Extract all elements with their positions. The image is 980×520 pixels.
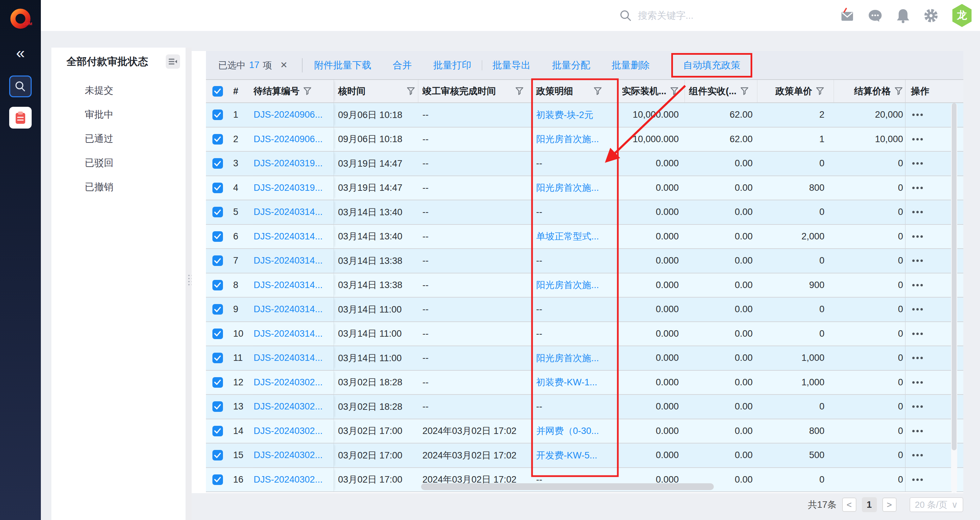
- batch-download-attachments-button[interactable]: 附件批量下载: [314, 59, 371, 72]
- row-actions-button[interactable]: [911, 475, 924, 484]
- row-checkbox[interactable]: [212, 280, 223, 290]
- horizontal-scrollbar-thumb[interactable]: [421, 483, 714, 490]
- tree-item-revoked[interactable]: 已撤销: [51, 175, 186, 199]
- sidebar-search-button[interactable]: [9, 76, 32, 97]
- row-actions-button[interactable]: [911, 281, 924, 290]
- settlement-id-link[interactable]: DJS-20240302...: [254, 426, 323, 436]
- batch-print-button[interactable]: 批量打印: [433, 59, 471, 72]
- avatar[interactable]: 龙: [951, 4, 973, 27]
- row-checkbox[interactable]: [212, 304, 223, 315]
- cell-policy-detail[interactable]: 并网费（0-30...: [536, 425, 599, 437]
- row-actions-button[interactable]: [911, 159, 924, 168]
- batch-assign-button[interactable]: 批量分配: [552, 59, 590, 72]
- tree-item-rejected[interactable]: 已驳回: [51, 151, 186, 175]
- merge-button[interactable]: 合并: [393, 59, 412, 72]
- settlement-id-link[interactable]: DJS-20240302...: [254, 401, 323, 412]
- batch-export-button[interactable]: 批量导出: [493, 59, 531, 72]
- row-actions-button[interactable]: [911, 232, 924, 241]
- row-checkbox[interactable]: [212, 134, 223, 144]
- cell-policy-detail[interactable]: 单坡正常型式...: [536, 230, 599, 243]
- settlement-id-link[interactable]: DJS-20240302...: [254, 474, 323, 485]
- row-actions-button[interactable]: [911, 329, 924, 338]
- cell-policy-detail[interactable]: 初装费-块-2元: [536, 109, 593, 121]
- batch-delete-button[interactable]: 批量删除: [612, 59, 650, 72]
- row-actions-button[interactable]: [911, 135, 924, 144]
- row-checkbox[interactable]: [212, 182, 223, 193]
- settlement-id-link[interactable]: DJS-20240302...: [254, 450, 323, 460]
- filter-icon[interactable]: [670, 87, 679, 95]
- mail-icon[interactable]: [839, 8, 855, 24]
- filter-icon[interactable]: [593, 87, 602, 95]
- settlement-id-link[interactable]: DJS-20240314...: [254, 207, 323, 217]
- tree-item-not-submitted[interactable]: 未提交: [51, 78, 186, 102]
- row-checkbox[interactable]: [212, 231, 223, 242]
- row-checkbox[interactable]: [212, 158, 223, 169]
- cell-policy-detail[interactable]: 阳光房首次施...: [536, 279, 599, 291]
- row-checkbox[interactable]: [212, 426, 223, 436]
- app-logo[interactable]: CRM: [9, 8, 32, 30]
- row-checkbox[interactable]: [212, 474, 223, 485]
- row-checkbox[interactable]: [212, 353, 223, 363]
- vertical-scrollbar-thumb[interactable]: [952, 103, 956, 450]
- global-search-input[interactable]: [638, 10, 750, 21]
- tree-item-approved[interactable]: 已通过: [51, 127, 186, 151]
- next-page-button[interactable]: >: [882, 498, 897, 512]
- settlement-id-link[interactable]: DJS-20240319...: [254, 158, 323, 169]
- row-checkbox[interactable]: [212, 377, 223, 388]
- sidebar-orders-button[interactable]: [9, 107, 32, 128]
- gear-icon[interactable]: [923, 8, 939, 24]
- settlement-id-link[interactable]: DJS-20240319...: [254, 182, 323, 193]
- tree-collapse-button[interactable]: [166, 54, 180, 69]
- filter-icon[interactable]: [894, 87, 903, 95]
- settlement-id-link[interactable]: DJS-20240314...: [254, 353, 323, 363]
- row-actions-button[interactable]: [911, 426, 924, 436]
- prev-page-button[interactable]: <: [842, 498, 856, 512]
- cell-policy-detail[interactable]: 阳光房首次施...: [536, 352, 599, 364]
- cell-modules-received: 0.00: [685, 225, 757, 249]
- row-checkbox[interactable]: [212, 450, 223, 460]
- cell-installed-capacity: 0.000: [618, 346, 685, 370]
- row-actions-button[interactable]: [911, 378, 924, 387]
- panel-splitter[interactable]: [186, 48, 192, 520]
- cell-policy-detail[interactable]: 初装费-KW-1...: [536, 376, 597, 388]
- settlement-id-link[interactable]: DJS-20240302...: [254, 377, 323, 388]
- row-checkbox[interactable]: [212, 255, 223, 266]
- vertical-scrollbar[interactable]: [951, 103, 957, 493]
- chat-icon[interactable]: [867, 8, 883, 24]
- filter-icon[interactable]: [816, 87, 824, 95]
- settlement-id-link[interactable]: DJS-20240906...: [254, 109, 323, 120]
- page-size-select[interactable]: 20 条/页 ∨: [910, 497, 963, 512]
- tree-item-in-approval[interactable]: 审批中: [51, 102, 186, 127]
- sidebar-collapse-button[interactable]: «: [0, 45, 41, 60]
- row-actions-button[interactable]: [911, 354, 924, 363]
- row-actions-button[interactable]: [911, 450, 924, 460]
- clear-selection-button[interactable]: ✕: [280, 60, 288, 70]
- row-actions-button[interactable]: [911, 208, 924, 217]
- row-checkbox[interactable]: [212, 401, 223, 412]
- row-actions-button[interactable]: [911, 402, 924, 411]
- settlement-id-link[interactable]: DJS-20240314...: [254, 231, 323, 242]
- row-actions-button[interactable]: [911, 256, 924, 265]
- row-actions-button[interactable]: [911, 305, 924, 314]
- filter-icon[interactable]: [303, 87, 312, 95]
- filter-icon[interactable]: [406, 87, 415, 95]
- settlement-id-link[interactable]: DJS-20240314...: [254, 255, 323, 266]
- filter-icon[interactable]: [515, 87, 524, 95]
- auto-fill-policy-button[interactable]: 自动填充政策: [671, 53, 752, 78]
- row-actions-button[interactable]: [911, 110, 924, 119]
- select-all-checkbox[interactable]: [212, 86, 223, 97]
- current-page-button[interactable]: 1: [862, 497, 877, 512]
- filter-icon[interactable]: [740, 87, 749, 95]
- row-checkbox[interactable]: [212, 109, 223, 120]
- settlement-id-link[interactable]: DJS-20240314...: [254, 280, 323, 290]
- bell-icon[interactable]: [895, 8, 911, 24]
- settlement-id-link[interactable]: DJS-20240314...: [254, 328, 323, 339]
- row-checkbox[interactable]: [212, 328, 223, 339]
- cell-policy-detail[interactable]: 阳光房首次施...: [536, 182, 599, 194]
- row-checkbox[interactable]: [212, 207, 223, 217]
- settlement-id-link[interactable]: DJS-20240314...: [254, 304, 323, 315]
- cell-policy-detail[interactable]: 开发费-KW-5...: [536, 449, 597, 461]
- cell-policy-detail[interactable]: 阳光房首次施...: [536, 133, 599, 145]
- settlement-id-link[interactable]: DJS-20240906...: [254, 134, 323, 144]
- row-actions-button[interactable]: [911, 183, 924, 192]
